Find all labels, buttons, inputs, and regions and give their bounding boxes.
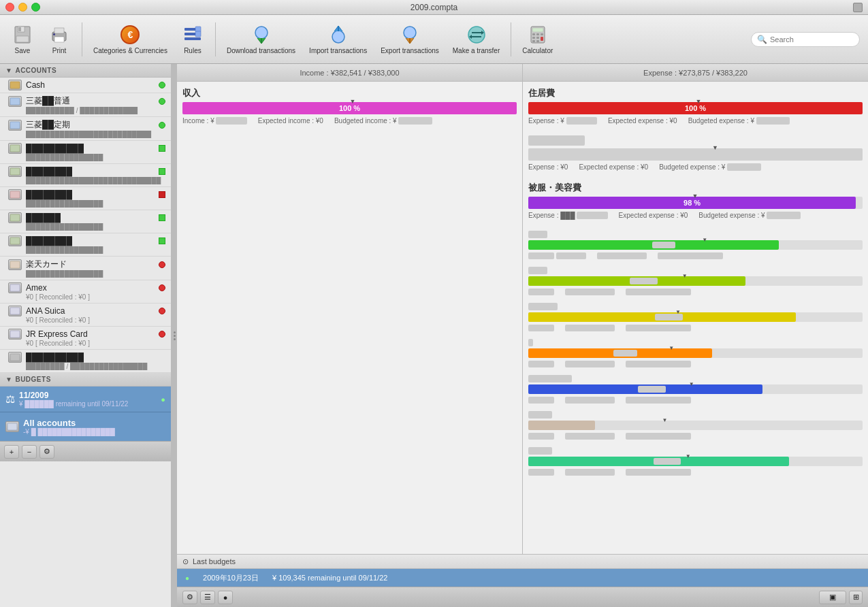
account-ana-suica[interactable]: ANA Suica ¥0 [ Reconciled : ¥0 ] [0,304,171,327]
account-13[interactable]: ██████████ ████████ / ████████████████ [0,350,171,373]
svg-rect-39 [10,237,20,244]
account-mitsubishi-futsu[interactable]: 三菱██普通 ██████████ / ████████████ [0,93,171,117]
account-status-dot [159,98,165,105]
account-icon [8,329,22,340]
budget-name: 11/2009 [19,391,157,400]
category-title: █████████ [528,135,863,146]
account-status-dot [159,191,165,198]
account-sub: ██████████████████████████ [26,131,165,138]
sub-progress-container: ▼ ████ ██ [528,457,863,466]
last-budget-amount: ¥ 109,345 remaining until 09/11/22 [272,574,387,582]
save-button[interactable]: Save [5,21,39,58]
account-status-dot [159,308,165,314]
search-input[interactable] [770,35,858,44]
transfer-button[interactable]: Make a transfer [447,21,505,58]
account-name: Amex [26,283,155,293]
budget-content: 収入 ▼ 100 % Income : ¥ ███ ███ Expected i… [177,82,868,554]
export-button[interactable]: Export transactions [375,21,445,58]
expand-button[interactable] [853,3,863,12]
svg-rect-45 [7,423,17,430]
download-icon [251,24,272,46]
expense-category-jukyohi: 住居費 ▼ 100 % Expense : ¥ ███ ███ Expected… [528,87,863,125]
close-button[interactable] [5,3,14,12]
calculator-button[interactable]: Calculator [517,21,558,58]
account-sub: ████████████████ [26,223,165,231]
sub-category-3: ██████ ▼ ████ ██ ██████ ███████ ████ ███… [528,302,863,331]
account-cash[interactable]: Cash [0,78,171,93]
svg-rect-2 [16,36,29,42]
account-mitsubishi-teiki[interactable]: 三菱██定期 ██████████████████████████ [0,117,171,141]
divider-dot [174,338,176,340]
account-sub: ████████████████ [26,200,165,208]
account-name: ██████████ [26,352,165,362]
account-icon [8,212,22,223]
download-button[interactable]: Download transactions [221,21,301,58]
all-accounts-bar[interactable]: All accounts -¥ █ ████████████████ [0,412,171,441]
toolbar-separator-2 [215,22,216,56]
import-button[interactable]: Import transactions [304,21,372,58]
rules-label: Rules [184,47,202,55]
budgets-triangle: ▼ [5,376,12,383]
settings-button[interactable]: ⚙ [39,445,54,459]
remove-account-button[interactable]: − [22,445,37,459]
add-account-button[interactable]: + [4,445,19,459]
svg-rect-37 [10,191,20,198]
progress-container: ▼ [528,148,863,161]
print-button[interactable]: Print [42,21,76,58]
last-budgets-row[interactable]: ● 2009年10月23日 ¥ 109,345 remaining until … [177,569,868,587]
grid-button[interactable]: ⊞ [849,591,863,604]
progress-bar [528,148,863,161]
account-status-dot [159,261,165,268]
svg-rect-43 [10,331,20,338]
account-8[interactable]: ████████ ████████████████ [0,233,171,257]
maximize-button[interactable] [31,3,40,12]
accounts-triangle: ▼ [5,67,12,74]
circle-view-button[interactable]: ● [218,591,233,604]
account-rakuten[interactable]: 楽天カード ████████████████ [0,257,171,280]
account-7[interactable]: ██████ ████████████████ [0,210,171,233]
accounts-section: ▼ ACCOUNTS Cash [0,64,171,373]
account-5[interactable]: ████████ ████████████████████████████ [0,164,171,187]
last-budgets-title: Last budgets [193,557,236,565]
sub-category-title: ████ [528,266,863,274]
minimize-button[interactable] [18,3,27,12]
account-amex[interactable]: Amex ¥0 [ Reconciled : ¥0 ] [0,280,171,304]
account-icon [8,96,22,107]
budget-info: 11/2009 ¥ ██████ remaining until 09/11/2… [19,391,157,408]
content-area: Income : ¥382,541 / ¥383,000 Expense : ¥… [177,64,868,607]
window-controls[interactable] [5,3,40,12]
sub-category-6: █████ ▼ ██████ ███████ ████ ████████████… [528,410,863,440]
zoom-control[interactable]: ▣ [819,591,846,604]
budget-item-nov2009[interactable]: ⚖ 11/2009 ¥ ██████ remaining until 09/11… [0,387,171,412]
svg-rect-34 [10,122,20,129]
category-stats: Expense : ███ ███ ███ Expected expense :… [528,212,863,219]
svg-rect-25 [536,33,539,35]
sidebar-resize-handle[interactable] [172,64,177,607]
account-6[interactable]: ████████ ████████████████ [0,187,171,210]
search-icon: 🔍 [757,35,767,44]
svg-rect-3 [18,27,21,31]
account-status-dot [159,214,165,221]
rules-button[interactable]: Rules [176,21,210,58]
account-name: ████████ [26,236,155,246]
last-budgets-header: ⊙ Last budgets [177,554,868,569]
main-layout: ▼ ACCOUNTS Cash [0,64,868,607]
sub-progress-container: ▼ ███ ██ [528,348,863,358]
divider-dot [174,335,176,337]
list-settings-button[interactable]: ⚙ [182,591,197,604]
search-box[interactable]: 🔍 [751,32,860,47]
account-icon [8,166,22,177]
calculator-label: Calculator [522,47,553,55]
calculator-icon [527,24,549,46]
sub-progress-container: ▼ ███ ██ [528,240,863,250]
list-view-button[interactable]: ☰ [200,591,215,604]
svg-point-15 [332,31,344,43]
categories-button[interactable]: € Categories & Currencies [88,21,173,58]
svg-rect-38 [10,214,20,221]
svg-point-19 [468,27,485,43]
account-4[interactable]: ██████████ ████████████████ [0,141,171,164]
account-jr-express[interactable]: JR Express Card ¥0 [ Reconciled : ¥0 ] [0,327,171,350]
svg-rect-23 [532,28,543,32]
svg-rect-42 [10,308,20,314]
account-name: ██████████ [26,144,155,153]
